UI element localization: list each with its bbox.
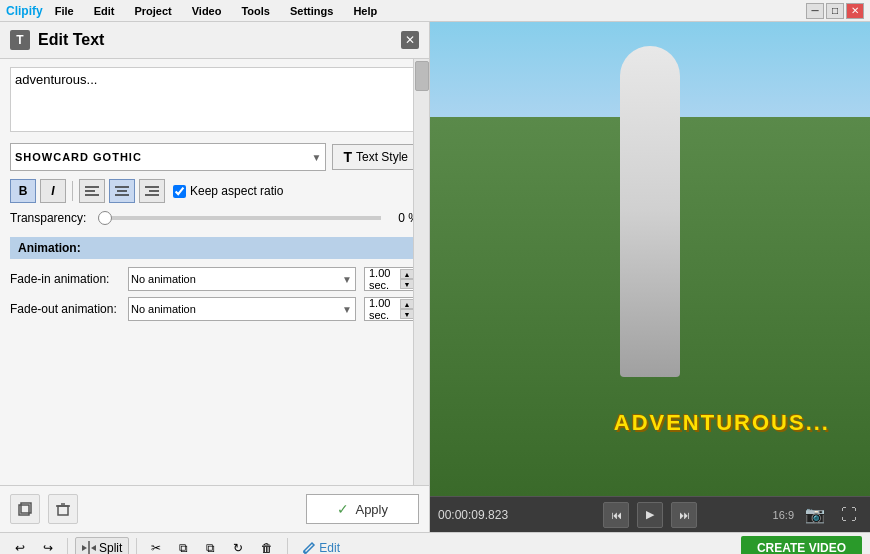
keep-aspect-ratio-text: Keep aspect ratio	[190, 184, 283, 198]
delete-button[interactable]: 🗑	[254, 537, 280, 554]
split-button[interactable]: Split	[75, 537, 129, 554]
rotate-button[interactable]: ↻	[226, 537, 250, 554]
fade-in-time-down[interactable]: ▼	[400, 279, 414, 289]
align-center-icon	[115, 185, 129, 197]
prev-frame-button[interactable]: ⏮	[603, 502, 629, 528]
font-row: SHOWCARD GOTHIC ▼ T Text Style	[10, 143, 419, 171]
edit-text-panel: T Edit Text ✕ adventurous... SHOWCARD GO…	[0, 22, 430, 532]
redo-button[interactable]: ↪	[36, 537, 60, 554]
close-button[interactable]: ✕	[846, 3, 864, 19]
fade-out-time-value: 1.00 sec.	[369, 297, 400, 321]
video-preview: ADVENTUROUS...	[430, 22, 870, 496]
copy-button[interactable]: ⧉	[172, 537, 195, 554]
scrollbar-thumb[interactable]	[415, 61, 429, 91]
fade-out-select-container: No animation Fade Slide left Slide right…	[128, 297, 356, 321]
animation-header: Animation:	[10, 237, 419, 259]
app-logo: Clipify	[6, 4, 43, 18]
bottom-toolbar: ↩ ↪ Split ✂ ⧉ ⧉ ↻ 🗑 Edit CREATE VIDEO	[0, 532, 870, 554]
keep-aspect-ratio-label[interactable]: Keep aspect ratio	[173, 184, 283, 198]
menu-settings[interactable]: Settings	[282, 3, 341, 19]
right-panel: ADVENTUROUS... 00:00:09.823 ⏮ ▶ ⏭ 16:9 📷…	[430, 22, 870, 532]
split-label: Split	[99, 541, 122, 554]
align-left-icon	[85, 185, 99, 197]
toolbar-separator-2	[136, 538, 137, 554]
edit-icon	[302, 541, 316, 554]
fade-out-spinners: ▲ ▼	[400, 299, 414, 319]
fade-in-time-value: 1.00 sec.	[369, 267, 400, 291]
bold-button[interactable]: B	[10, 179, 36, 203]
apply-label: Apply	[355, 502, 388, 517]
figure	[620, 46, 680, 378]
trash-icon	[55, 501, 71, 517]
title-bar-left: Clipify File Edit Project Video Tools Se…	[6, 3, 385, 19]
align-center-button[interactable]	[109, 179, 135, 203]
fade-in-time-up[interactable]: ▲	[400, 269, 414, 279]
play-button[interactable]: ▶	[637, 502, 663, 528]
edit-button[interactable]: Edit	[295, 537, 347, 554]
minimize-button[interactable]: ─	[806, 3, 824, 19]
keep-aspect-ratio-checkbox[interactable]	[173, 185, 186, 198]
transparency-row: Transparency: 0 %	[10, 211, 419, 225]
time-display: 00:00:09.823	[438, 508, 528, 522]
menu-edit[interactable]: Edit	[86, 3, 123, 19]
split-icon	[82, 541, 96, 554]
video-text-overlay: ADVENTUROUS...	[614, 410, 830, 436]
create-video-button[interactable]: CREATE VIDEO	[741, 536, 862, 554]
panel-footer-icons	[10, 494, 78, 524]
menu-file[interactable]: File	[47, 3, 82, 19]
text-input[interactable]: adventurous...	[10, 67, 419, 132]
edit-label: Edit	[319, 541, 340, 554]
italic-button[interactable]: I	[40, 179, 66, 203]
undo-button[interactable]: ↩	[8, 537, 32, 554]
screenshot-button[interactable]: 📷	[802, 502, 828, 528]
svg-marker-15	[82, 545, 87, 551]
fade-out-time: 1.00 sec. ▲ ▼	[364, 297, 419, 321]
fade-out-select[interactable]: No animation Fade Slide left Slide right	[128, 297, 356, 321]
fade-out-time-down[interactable]: ▼	[400, 309, 414, 319]
text-style-label: Text Style	[356, 150, 408, 164]
copy-style-button[interactable]	[10, 494, 40, 524]
menu-project[interactable]: Project	[126, 3, 179, 19]
apply-button[interactable]: ✓ Apply	[306, 494, 419, 524]
font-select[interactable]: SHOWCARD GOTHIC	[11, 144, 325, 170]
main-area: T Edit Text ✕ adventurous... SHOWCARD GO…	[0, 22, 870, 532]
maximize-button[interactable]: □	[826, 3, 844, 19]
font-select-container: SHOWCARD GOTHIC ▼	[10, 143, 326, 171]
fade-in-time: 1.00 sec. ▲ ▼	[364, 267, 419, 291]
fade-in-spinners: ▲ ▼	[400, 269, 414, 289]
panel-title: T Edit Text	[10, 30, 104, 50]
copy-style-icon	[17, 501, 33, 517]
title-bar-controls: ─ □ ✕	[806, 3, 864, 19]
align-left-button[interactable]	[79, 179, 105, 203]
toolbar-separator-1	[67, 538, 68, 554]
fade-in-select-container: No animation Fade Slide left Slide right…	[128, 267, 356, 291]
close-panel-button[interactable]: ✕	[401, 31, 419, 49]
fade-in-row: Fade-in animation: No animation Fade Sli…	[10, 267, 419, 291]
ratio-label: 16:9	[773, 509, 794, 521]
panel-header: T Edit Text ✕	[0, 22, 429, 59]
apply-checkmark-icon: ✓	[337, 501, 349, 517]
panel-scroll-container: adventurous... SHOWCARD GOTHIC ▼ T Text …	[0, 59, 429, 485]
align-right-icon	[145, 185, 159, 197]
text-style-icon: T	[343, 149, 352, 165]
fade-in-select[interactable]: No animation Fade Slide left Slide right	[128, 267, 356, 291]
menu-help[interactable]: Help	[345, 3, 385, 19]
video-background: ADVENTUROUS...	[430, 22, 870, 496]
fullscreen-button[interactable]: ⛶	[836, 502, 862, 528]
next-frame-button[interactable]: ⏭	[671, 502, 697, 528]
menu-video[interactable]: Video	[184, 3, 230, 19]
delete-style-button[interactable]	[48, 494, 78, 524]
text-style-button[interactable]: T Text Style	[332, 144, 419, 170]
menu-tools[interactable]: Tools	[233, 3, 278, 19]
title-bar: Clipify File Edit Project Video Tools Se…	[0, 0, 870, 22]
format-row: B I Keep aspect ratio	[10, 179, 419, 203]
align-right-button[interactable]	[139, 179, 165, 203]
scrollbar-track[interactable]	[413, 59, 429, 485]
video-controls: 00:00:09.823 ⏮ ▶ ⏭ 16:9 📷 ⛶	[430, 496, 870, 532]
paste-button[interactable]: ⧉	[199, 537, 222, 554]
cut-button[interactable]: ✂	[144, 537, 168, 554]
fade-out-time-up[interactable]: ▲	[400, 299, 414, 309]
transparency-label: Transparency:	[10, 211, 90, 225]
fade-out-row: Fade-out animation: No animation Fade Sl…	[10, 297, 419, 321]
transparency-slider[interactable]	[98, 216, 381, 220]
